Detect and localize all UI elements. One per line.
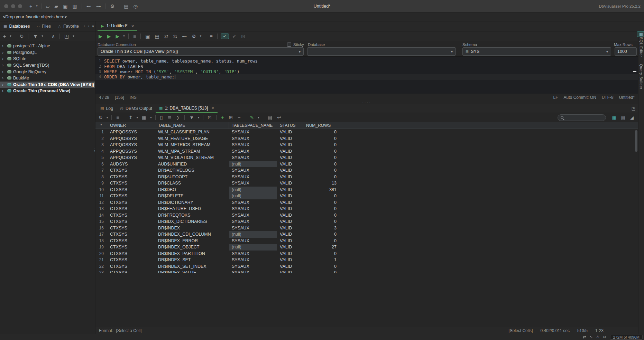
export-icon[interactable]: ↥ [126,115,135,120]
rollback-icon[interactable]: ⊠ [239,34,248,39]
grid-cell[interactable]: VALID [277,263,303,270]
tab-editor-untitled[interactable]: ▶ 1: Untitled* × [98,21,137,31]
grid-cell[interactable]: SYSAUX [229,218,277,225]
grid-header-cell[interactable]: STATUS [277,122,303,129]
grid-cell[interactable]: 13 [303,180,339,187]
table-row[interactable]: 11CTXSYSDR$DELETE(null)VALID0 [95,193,638,199]
history-icon[interactable]: ◷ [131,4,140,9]
grid-cell[interactable]: 381 [303,187,339,193]
import-icon[interactable]: ⇆ [171,34,180,39]
grid-scrollbar-thumb[interactable] [635,130,637,152]
execute-icon[interactable]: ▶ [96,34,105,39]
load-icon[interactable]: ▤ [153,34,162,39]
back-icon[interactable]: ‹ [82,24,86,29]
search-input[interactable] [566,115,603,120]
grid-cell[interactable]: DR$INDEX_OBJECT [155,244,229,251]
expand-chevron-icon[interactable]: › [2,89,6,93]
row-number[interactable]: 1 [95,129,107,135]
grid-cell[interactable]: VALID [277,187,303,193]
grid-cell[interactable]: DR$INDEX_CDI_COLUMN [155,231,229,238]
row-number[interactable]: 15 [95,218,107,225]
grid-cell[interactable]: DR$INDEX_SET_INDEX [155,263,229,270]
format-sql-icon[interactable]: ≡ [207,34,215,39]
grid-cell[interactable]: CTXSYS [107,238,155,244]
grid-cell[interactable]: CTXSYS [107,270,155,273]
close-tab-icon[interactable]: × [211,105,214,111]
row-number[interactable]: 13 [95,206,107,212]
execute-explain-icon[interactable]: ▶ [113,34,122,39]
grid-cell[interactable]: DR$INDEX_VALUE [155,270,229,273]
panel-splitter[interactable]: ···· [95,101,638,104]
grid-cell[interactable]: DR$DICTIONARY [155,199,229,206]
grid-cell[interactable]: 1 [303,257,339,263]
chevron-down-icon[interactable]: ▾ [8,35,13,38]
save-icon[interactable]: ▣ [61,4,70,9]
tab-log[interactable]: ▤ Log [97,104,117,113]
create-connection-icon[interactable]: + [1,34,8,39]
open-in-window-icon[interactable]: ◳ [62,34,71,39]
grid-cell[interactable]: SYSAUX [229,257,277,263]
grid-cell[interactable]: SYSAUX [229,148,277,155]
grid-cell[interactable]: 0 [303,193,339,199]
row-number[interactable]: 2 [95,135,107,142]
grid-cell[interactable]: VALID [277,206,303,212]
tree-item-connection[interactable]: ›PostgreSQL [0,49,95,56]
grid-cell[interactable]: CTXSYS [107,257,155,263]
grid-cell[interactable]: 0 [303,174,339,180]
grid-cell[interactable]: CTXSYS [107,218,155,225]
row-number[interactable]: 19 [95,244,107,251]
grid-cell[interactable]: 0 [303,270,339,273]
grid-cell[interactable]: 3 [303,225,339,232]
grid-cell[interactable]: VALID [277,135,303,142]
grid-cell[interactable]: CTXSYS [107,206,155,212]
grid-cell[interactable]: VALID [277,251,303,257]
expand-chevron-icon[interactable]: › [2,70,6,74]
table-row[interactable]: 4APPQOSSYSWLM_MPA_STREAMSYSAUXVALID0 [95,148,638,155]
sql-line[interactable]: 4ORDER BY owner, table_name; [95,74,638,79]
sql-line[interactable]: 1SELECT owner, table_name, tablespace_na… [95,58,638,64]
grid-cell[interactable]: SYSAUX [229,251,277,257]
table-row[interactable]: 2APPQOSSYSWLM_FEATURE_USAGESYSAUXVALID0 [95,135,638,142]
row-count-icon[interactable]: ▯ [158,115,165,120]
grid-cell[interactable]: VALID [277,193,303,199]
settings-icon[interactable]: ⚙ [189,34,199,39]
pin-results-icon[interactable]: ⊡ [205,115,214,120]
sticky-checkbox[interactable] [287,42,291,47]
grid-cell[interactable]: 0 [303,231,339,238]
grid-cell[interactable]: DR$DBO [155,187,229,193]
table-row[interactable]: 18CTXSYSDR$INDEX_ERRORSYSAUXVALID0 [95,238,638,244]
row-number[interactable]: 21 [95,257,107,263]
stop-icon[interactable]: ■ [114,115,121,120]
grid-cell[interactable]: SYSAUX [229,154,277,161]
grid-cell[interactable]: VALID [277,174,303,180]
row-number[interactable]: 14 [95,212,107,219]
grid-cell[interactable]: (null) [229,161,277,168]
filter-icon[interactable]: ▼ [30,34,40,39]
tool-button-query-builder[interactable]: Query Builder [639,64,643,89]
grid-cell[interactable]: 0 [303,263,339,270]
grid-cell[interactable]: SYSAUX [229,263,277,270]
grid-cell[interactable]: CTXSYS [107,187,155,193]
grid-cell[interactable]: DR$INDEX [155,225,229,232]
table-row[interactable]: 19CTXSYSDR$INDEX_OBJECT(null)VALID27 [95,244,638,251]
grid-cell[interactable]: 0 [303,206,339,212]
grid-cell[interactable]: VALID [277,180,303,187]
grid-cell[interactable]: APPQOSSYS [107,135,155,142]
grid-cell[interactable]: 0 [303,129,339,135]
grid-cell[interactable]: VALID [277,167,303,174]
table-row[interactable]: 8CTXSYSDR$AUTOOPTSYSAUXVALID0 [95,174,638,180]
table-row[interactable]: 5APPQOSSYSWLM_VIOLATION_STREAMSYSAUXVALI… [95,154,638,161]
chevron-down-icon[interactable]: ▾ [149,116,153,119]
grid-cell[interactable]: APPQOSSYS [107,154,155,161]
alerts-icon[interactable]: ⚠ [594,335,601,339]
grid-cell[interactable]: CTXSYS [107,199,155,206]
close-window-button[interactable] [4,4,8,8]
commit-icon[interactable]: ✔ [230,34,239,39]
grid-header-cell[interactable]: NUM_ROWS [303,122,339,129]
chevron-down-icon[interactable]: ▾ [256,116,261,119]
auto-commit-toggle-icon[interactable]: ✓ [221,34,229,39]
grid-cell[interactable]: WLM_MPA_STREAM [155,148,229,155]
tree-item-connection[interactable]: ›Oracle Thin 19 c CDB (DBA View [SYS]) [0,82,95,88]
row-number[interactable]: 4 [95,148,107,155]
undo-icon[interactable]: ↩ [275,115,284,120]
